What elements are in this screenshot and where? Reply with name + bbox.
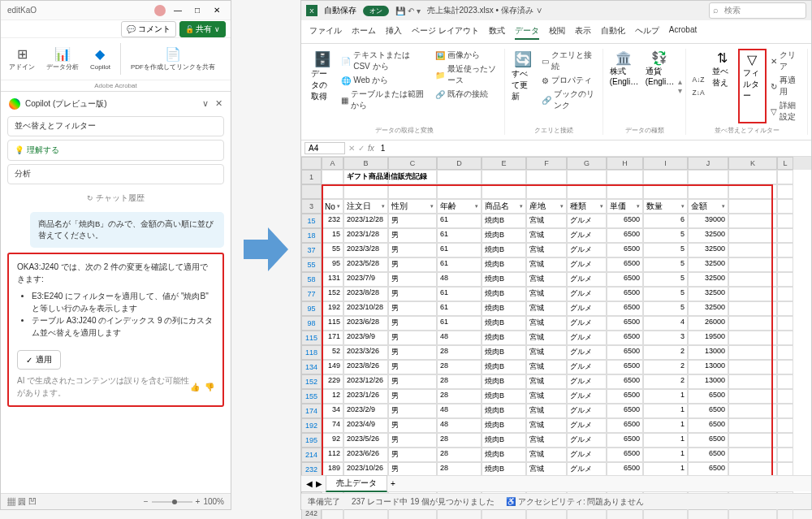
cell[interactable]: 19500: [688, 331, 728, 345]
cell[interactable]: [567, 170, 607, 184]
cell[interactable]: 6500: [607, 257, 643, 272]
cell[interactable]: 6500: [607, 433, 643, 448]
cell[interactable]: 男: [388, 433, 437, 448]
cell[interactable]: 宮城: [526, 287, 567, 301]
cell[interactable]: [388, 184, 437, 199]
cell[interactable]: 171: [322, 331, 343, 345]
cell[interactable]: [728, 433, 777, 448]
cell[interactable]: 1: [643, 433, 688, 448]
cell[interactable]: 男: [388, 331, 437, 345]
tab-ヘルプ[interactable]: ヘルプ: [635, 24, 659, 40]
sheet-next-icon[interactable]: ▶: [316, 479, 322, 488]
cell[interactable]: 13000: [688, 374, 728, 389]
minimize-icon[interactable]: —: [171, 5, 185, 16]
cell[interactable]: 5: [643, 243, 688, 257]
cell[interactable]: グルメ: [567, 404, 607, 418]
tab-ファイル[interactable]: ファイル: [309, 24, 342, 40]
tab-表示[interactable]: 表示: [575, 24, 591, 40]
cell[interactable]: [728, 243, 777, 257]
cell[interactable]: 28: [437, 360, 482, 374]
cell[interactable]: 焼肉B: [482, 389, 526, 404]
cell[interactable]: [437, 170, 482, 184]
cell[interactable]: 2023/9/9: [343, 331, 388, 345]
cell[interactable]: [777, 404, 793, 418]
cell[interactable]: 産地▾: [526, 199, 567, 214]
col-header[interactable]: D: [437, 157, 482, 170]
cell[interactable]: グルメ: [567, 243, 607, 257]
cell[interactable]: 52: [322, 345, 343, 360]
cell[interactable]: [482, 184, 526, 199]
advanced-filter[interactable]: ▽詳細設定: [768, 99, 804, 123]
cell[interactable]: グルメ: [567, 214, 607, 228]
cell[interactable]: 32500: [688, 301, 728, 316]
cell[interactable]: 28: [437, 345, 482, 360]
cell[interactable]: 32500: [688, 228, 728, 243]
row-header[interactable]: 195: [301, 433, 322, 448]
cell[interactable]: 男: [388, 360, 437, 374]
cell[interactable]: 宮城: [526, 448, 567, 462]
formula-input[interactable]: 1: [378, 143, 808, 154]
row-header[interactable]: 3: [301, 199, 322, 214]
row-header[interactable]: 95: [301, 301, 322, 316]
col-header[interactable]: K: [728, 157, 777, 170]
cell[interactable]: 宮城: [526, 272, 567, 287]
filter-dropdown-icon[interactable]: ▾: [600, 203, 603, 210]
cell[interactable]: 3: [643, 331, 688, 345]
cell[interactable]: No▾: [322, 199, 343, 214]
expand-icon[interactable]: ∨: [202, 98, 209, 109]
cell[interactable]: [777, 228, 793, 243]
cell[interactable]: 宮城: [526, 228, 567, 243]
cell[interactable]: 5: [643, 287, 688, 301]
cell[interactable]: 宮城: [526, 418, 567, 433]
filter-dropdown-icon[interactable]: ▾: [637, 203, 640, 210]
from-image[interactable]: 🖼️画像から: [433, 49, 501, 62]
cell[interactable]: 2023/4/9: [343, 418, 388, 433]
cell[interactable]: 数量▾: [643, 199, 688, 214]
cell[interactable]: 焼肉B: [482, 316, 526, 331]
cell[interactable]: グルメ: [567, 360, 607, 374]
from-web[interactable]: 🌐Web から: [339, 74, 431, 87]
cell[interactable]: 61: [437, 301, 482, 316]
cell[interactable]: 6500: [607, 448, 643, 462]
sheet-prev-icon[interactable]: ◀: [306, 479, 313, 488]
cell[interactable]: 焼肉B: [482, 228, 526, 243]
cell[interactable]: [728, 404, 777, 418]
row-header[interactable]: 115: [301, 331, 322, 345]
cell[interactable]: 2023/12/26: [343, 374, 388, 389]
chat-history-label[interactable]: ↻ チャット履歴: [7, 188, 224, 209]
cell[interactable]: 焼肉B: [482, 448, 526, 462]
cell[interactable]: [777, 243, 793, 257]
cell[interactable]: 男: [388, 418, 437, 433]
cell[interactable]: 焼肉B: [482, 287, 526, 301]
cell[interactable]: 焼肉B: [482, 301, 526, 316]
cell[interactable]: 宮城: [526, 374, 567, 389]
cell[interactable]: 5: [643, 228, 688, 243]
filter-dropdown-icon[interactable]: ▾: [430, 203, 434, 210]
cell[interactable]: 6: [643, 214, 688, 228]
cell[interactable]: 6500: [688, 448, 728, 462]
cell[interactable]: 注文日▾: [343, 199, 388, 214]
cell[interactable]: 229: [322, 374, 343, 389]
cell[interactable]: [607, 184, 643, 199]
cell[interactable]: 6500: [688, 433, 728, 448]
cell[interactable]: 男: [388, 374, 437, 389]
add-sheet-icon[interactable]: +: [391, 479, 395, 488]
cell[interactable]: 男: [388, 272, 437, 287]
row-header[interactable]: 155: [301, 389, 322, 404]
col-header[interactable]: F: [526, 157, 567, 170]
col-header[interactable]: I: [643, 157, 688, 170]
from-csv[interactable]: 📄テキストまたは CSV から: [339, 49, 431, 73]
cell[interactable]: 男: [388, 214, 437, 228]
cell[interactable]: 6500: [607, 301, 643, 316]
row-header[interactable]: 37: [301, 243, 322, 257]
cell[interactable]: 6500: [688, 404, 728, 418]
cell[interactable]: [526, 184, 567, 199]
cell[interactable]: 宮城: [526, 316, 567, 331]
data-analysis-button[interactable]: 📊データ分析: [41, 43, 84, 75]
cell[interactable]: 28: [437, 389, 482, 404]
cell[interactable]: [777, 389, 793, 404]
row-header[interactable]: 55: [301, 257, 322, 272]
close-pane-icon[interactable]: ✕: [215, 98, 222, 109]
cell[interactable]: グルメ: [567, 374, 607, 389]
cell[interactable]: 34: [322, 404, 343, 418]
